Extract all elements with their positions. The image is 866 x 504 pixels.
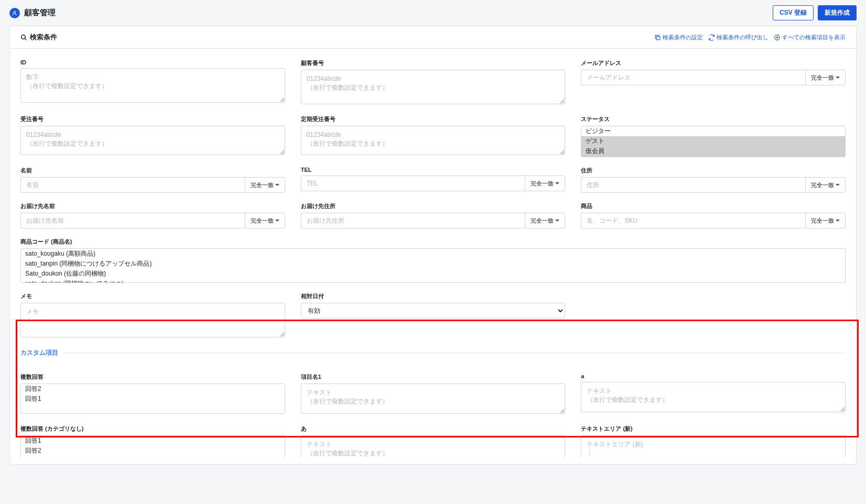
- page-header: 顧客管理 CSV 登録 新規作成: [0, 0, 866, 26]
- multi-ans-nocat-option[interactable]: 回答1: [21, 436, 285, 446]
- address-input[interactable]: [581, 177, 805, 193]
- name-label: 名前: [20, 167, 285, 174]
- item1-label: 項目名1: [301, 373, 566, 381]
- customer-icon: [9, 8, 20, 18]
- multi-ans-nocat-listbox[interactable]: 回答1 回答2: [20, 435, 285, 457]
- item1-input[interactable]: [301, 384, 566, 414]
- email-label: メールアドレス: [581, 59, 846, 67]
- email-input[interactable]: [581, 70, 805, 85]
- ship-name-input[interactable]: [20, 213, 245, 228]
- multi-ans-label: 複数回答: [20, 373, 285, 381]
- chevron-down-icon: [836, 76, 840, 79]
- email-match-button[interactable]: 完全一致: [805, 70, 846, 85]
- search-title: 検索条件: [30, 32, 57, 42]
- page-title: 顧客管理: [24, 8, 56, 18]
- multi-ans-nocat-label: 複数回答 (カテゴリなし): [20, 425, 285, 433]
- memo-label: メモ: [20, 292, 285, 300]
- copy-icon: [654, 34, 661, 41]
- svg-line-2: [25, 38, 26, 40]
- customer-no-label: 顧客番号: [301, 59, 566, 67]
- product-code-option[interactable]: sato_doukon (同梱物ついてるやつ): [21, 279, 845, 283]
- show-all-fields-link[interactable]: すべての検索項目を表示: [774, 34, 846, 41]
- multi-ans-option[interactable]: 回答1: [21, 394, 285, 404]
- product-match-button[interactable]: 完全一致: [805, 213, 846, 228]
- product-label: 商品: [581, 202, 846, 210]
- custom-section-title: カスタム項目: [20, 348, 58, 357]
- svg-rect-3: [656, 36, 660, 40]
- aa-label: あ: [301, 425, 566, 433]
- search-icon: [20, 34, 27, 41]
- multi-ans-option[interactable]: 回答2: [21, 384, 285, 394]
- sub-order-no-input[interactable]: [301, 126, 566, 155]
- order-no-label: 受注番号: [20, 115, 285, 123]
- status-option[interactable]: ゲスト: [581, 136, 845, 146]
- relative-date-select[interactable]: 有効: [301, 303, 566, 319]
- status-option[interactable]: 仮会員: [581, 146, 845, 156]
- tel-label: TEL: [301, 167, 566, 173]
- status-listbox[interactable]: ビジター ゲスト 仮会員 会員: [581, 126, 846, 157]
- product-code-option[interactable]: sato_tanpin (同梱物につけるアップセル商品): [21, 259, 845, 269]
- multi-ans-listbox[interactable]: 回答2 回答1: [20, 384, 285, 414]
- textarea-new-input[interactable]: [581, 435, 846, 457]
- svg-point-1: [21, 35, 26, 39]
- address-match-button[interactable]: 完全一致: [805, 177, 846, 193]
- relative-date-label: 相対日付: [301, 292, 566, 300]
- id-input[interactable]: [20, 68, 285, 103]
- aa-input[interactable]: [301, 435, 566, 457]
- new-create-button[interactable]: 新規作成: [818, 5, 857, 20]
- order-no-input[interactable]: [20, 126, 285, 155]
- textarea-new-label: テキストエリア (新): [581, 425, 846, 433]
- product-code-label: 商品コード (商品名): [20, 238, 846, 246]
- product-code-option[interactable]: Sato_doukon (佐藤の同梱物): [21, 269, 845, 279]
- status-option[interactable]: ビジター: [581, 126, 845, 136]
- sub-order-no-label: 定期受注番号: [301, 115, 566, 123]
- tel-input[interactable]: [301, 176, 525, 191]
- ship-address-input[interactable]: [301, 213, 525, 228]
- csv-register-button[interactable]: CSV 登録: [773, 5, 814, 20]
- product-code-listbox[interactable]: sato_kougaku (高額商品) sato_tanpin (同梱物につける…: [20, 248, 846, 283]
- chevron-down-icon: [555, 182, 559, 184]
- chevron-down-icon: [555, 220, 559, 222]
- search-card: 検索条件 検索条件の設定 検索条件の呼び出し すべての検索項目を表示 ID: [9, 26, 857, 465]
- chevron-down-icon: [836, 220, 840, 222]
- save-conditions-link[interactable]: 検索条件の設定: [654, 34, 703, 41]
- tel-match-button[interactable]: 完全一致: [525, 176, 565, 191]
- name-match-button[interactable]: 完全一致: [245, 177, 285, 193]
- refresh-icon: [708, 34, 715, 41]
- divider-line: [63, 353, 846, 353]
- chevron-down-icon: [275, 220, 279, 222]
- ship-address-match-button[interactable]: 完全一致: [525, 213, 565, 228]
- status-option[interactable]: 会員: [581, 156, 845, 157]
- plus-circle-icon: [774, 34, 781, 41]
- id-label: ID: [20, 59, 285, 65]
- multi-ans-nocat-option[interactable]: 回答2: [21, 446, 285, 456]
- address-label: 住所: [581, 167, 846, 174]
- load-conditions-link[interactable]: 検索条件の呼び出し: [708, 34, 768, 41]
- ship-name-match-button[interactable]: 完全一致: [245, 213, 285, 228]
- customer-no-input[interactable]: [301, 70, 566, 104]
- ship-name-label: お届け先名前: [20, 202, 285, 210]
- ship-address-label: お届け先住所: [301, 202, 566, 210]
- a-label: a: [581, 373, 846, 379]
- status-label: ステータス: [581, 115, 846, 123]
- product-code-option[interactable]: sato_kougaku (高額商品): [21, 249, 845, 259]
- product-input[interactable]: [581, 213, 805, 228]
- name-input[interactable]: [20, 177, 245, 193]
- chevron-down-icon: [836, 184, 840, 186]
- chevron-down-icon: [275, 184, 279, 186]
- svg-point-0: [14, 11, 16, 13]
- memo-input[interactable]: [20, 303, 285, 337]
- a-input[interactable]: [581, 382, 846, 412]
